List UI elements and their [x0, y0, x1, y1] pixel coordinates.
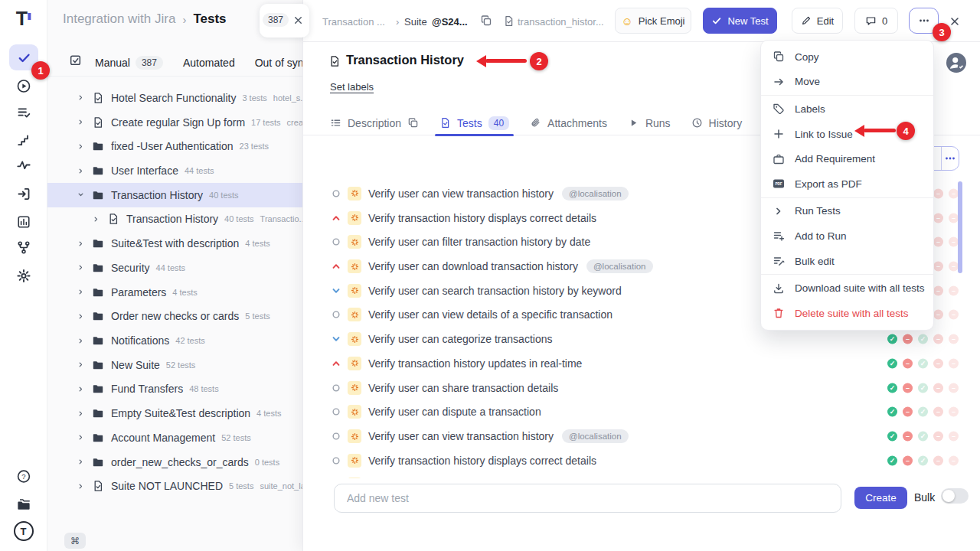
create-button[interactable]: Create — [854, 487, 907, 509]
crumb-suite-label[interactable]: Suite — [404, 16, 427, 28]
app-logo-icon[interactable]: T — [16, 8, 31, 30]
tree-item-suite-test-with-description[interactable]: Suite&Test with description 4 tests — [47, 231, 302, 256]
menu-item-delete-suite-with-all-tests[interactable]: Delete suite with all tests — [761, 301, 933, 326]
priority-none-icon — [331, 309, 341, 320]
copy-id-button[interactable] — [480, 15, 492, 27]
set-labels-link[interactable]: Set labels — [330, 81, 374, 93]
tree-tab-label: Manual — [95, 57, 130, 69]
menu-item-move[interactable]: Move — [761, 70, 933, 95]
menu-item-add-to-run[interactable]: Add to Run — [761, 223, 933, 249]
test-row[interactable]: Verify user can share transaction detail… — [303, 376, 980, 400]
tree-item-fund-transfers[interactable]: Fund Transfers 48 tests — [47, 377, 302, 402]
crumb-parent[interactable]: Transaction ... — [322, 16, 385, 28]
tab-attachments[interactable]: Attachments — [530, 111, 607, 135]
sidebar-item-pulse[interactable] — [16, 158, 31, 172]
menu-item-copy[interactable]: Copy — [761, 44, 933, 70]
tab-tests[interactable]: Tests 40 — [439, 111, 509, 135]
chevron-icon[interactable] — [77, 482, 85, 491]
chevron-icon[interactable] — [92, 215, 100, 223]
tree-tab-out-of-sync[interactable]: Out of sync — [255, 57, 302, 69]
annotation-badge-2: 2 — [530, 52, 548, 70]
menu-item-bulk-edit[interactable]: Bulk edit — [761, 249, 933, 274]
test-row[interactable]: Verify user can dispute a transaction ✓–… — [303, 399, 980, 424]
test-row[interactable]: Verify transaction history updates in re… — [303, 351, 980, 376]
tree-item-transaction-history[interactable]: Transaction History 40 tests — [47, 183, 302, 207]
tree-tab-manual[interactable]: Manual 387 — [95, 56, 163, 70]
chevron-icon[interactable] — [77, 433, 85, 442]
crumb-file-name[interactable]: transaction_histor... — [518, 16, 604, 28]
tab-runs[interactable]: Runs — [628, 111, 671, 135]
tree-item-parameters[interactable]: Parameters 4 tests — [47, 280, 302, 305]
chevron-icon[interactable] — [77, 263, 85, 272]
pick-emoji-button[interactable]: ☺ Pick Emoji — [615, 8, 691, 34]
tree-item-account-management[interactable]: Account Management 52 tests — [47, 425, 302, 450]
sidebar-item-branches[interactable] — [16, 240, 31, 255]
bulk-toggle[interactable] — [941, 488, 969, 504]
new-test-button[interactable]: New Test — [703, 8, 777, 34]
chevron-icon[interactable] — [77, 167, 85, 175]
command-shortcut-badge[interactable]: ⌘ — [64, 533, 86, 549]
chevron-icon[interactable] — [77, 240, 85, 248]
add-test-bar: Create Bulk — [303, 478, 980, 551]
tree-item-order-new-checks-or-cards[interactable]: order_new_checks_or_cards 0 tests — [47, 450, 302, 474]
test-row[interactable]: Verify user can categorize transactions … — [303, 327, 980, 351]
sidebar-item-milestones[interactable] — [17, 133, 31, 147]
chevron-icon[interactable] — [77, 409, 85, 418]
tree-tab-automated[interactable]: Automated — [183, 57, 235, 69]
tree-item-create-regular-sign-up-form[interactable]: Create regular Sign Up form 17 tests cre… — [47, 110, 302, 135]
test-title: Verify user can share transaction detail… — [368, 382, 558, 394]
menu-item-export-as-pdf[interactable]: Export as PDF — [761, 171, 933, 197]
chevron-icon[interactable] — [77, 142, 85, 151]
tree-item-notifications[interactable]: Notifications 42 tests — [47, 328, 302, 353]
copy-icon[interactable] — [407, 117, 419, 129]
crumb-suite-id[interactable]: @S24... — [432, 16, 468, 28]
chevron-icon[interactable] — [77, 93, 85, 102]
chevron-icon[interactable] — [77, 337, 85, 345]
sidebar-item-settings[interactable] — [16, 269, 31, 283]
chevron-icon[interactable] — [77, 458, 85, 466]
chevron-icon[interactable] — [77, 312, 85, 321]
menu-item-download-suite-with-all-tests[interactable]: Download suite with all tests — [761, 276, 933, 301]
sidebar-item-runs[interactable] — [16, 79, 31, 93]
sidebar-item-analytics[interactable] — [17, 215, 31, 229]
sidebar-item-plans[interactable] — [16, 105, 31, 119]
tree-item-hotel-search-functionality[interactable]: Hotel Search Functionality 3 tests hotel… — [47, 86, 302, 110]
menu-item-run-tests[interactable]: Run Tests — [761, 199, 933, 224]
close-detail-button[interactable] — [949, 15, 961, 28]
tree-item-new-suite[interactable]: New Suite 52 tests — [47, 353, 302, 377]
help-button[interactable] — [16, 469, 31, 484]
test-row[interactable]: Verify user can view transaction history… — [303, 424, 980, 448]
chevron-icon[interactable] — [77, 191, 85, 199]
scrollbar-thumb[interactable] — [958, 181, 962, 273]
menu-item-add-requirement[interactable]: Add Requirement — [761, 146, 933, 171]
tab-history[interactable]: History — [691, 111, 743, 135]
suite-id-text: suite_not_lau... — [260, 481, 302, 491]
chevron-icon[interactable] — [77, 118, 85, 126]
test-row[interactable]: Verify transaction history displays corr… — [303, 448, 980, 473]
menu-item-labels[interactable]: Labels — [761, 96, 933, 122]
suite-test-count: 44 tests — [185, 166, 214, 175]
workspace-logo-icon[interactable]: T — [14, 521, 34, 541]
tree-item-suite-not-launched[interactable]: Suite NOT LAUNCHED 5 tests suite_not_lau… — [47, 474, 302, 499]
add-test-input[interactable] — [334, 484, 841, 513]
comments-button[interactable]: 0 — [854, 8, 898, 34]
sidebar-item-import[interactable] — [16, 187, 31, 201]
chevron-icon[interactable] — [77, 360, 85, 369]
tree-item-empty-suite-test-description[interactable]: Empty Suite&Test description 4 tests — [47, 401, 302, 425]
projects-button[interactable] — [16, 497, 31, 512]
chevron-icon[interactable] — [77, 385, 85, 393]
avatar[interactable] — [946, 53, 966, 73]
priority-high-icon — [331, 358, 341, 369]
chevron-icon[interactable] — [77, 288, 85, 296]
tree-item-transaction-history[interactable]: Transaction History 40 tests Transactio.… — [47, 207, 302, 232]
run-status-fail-f2-icon: – — [949, 285, 959, 295]
edit-button[interactable]: Edit — [792, 8, 843, 34]
tab-description[interactable]: Description — [330, 111, 419, 135]
tree-item-fixed-user-authentication[interactable]: fixed -User Authentication 23 tests — [47, 134, 302, 158]
tree-item-user-interface[interactable]: User Interface 44 tests — [47, 158, 302, 183]
tree-item-security[interactable]: Security 44 tests — [47, 256, 302, 280]
panel-close-button[interactable] — [292, 15, 304, 26]
breadcrumb-project[interactable]: Integration with Jira — [63, 11, 175, 27]
breadcrumb-section[interactable]: Tests — [193, 11, 226, 27]
tree-item-order-new-checks-or-cards[interactable]: Order new checks or cards 5 tests — [47, 304, 302, 328]
